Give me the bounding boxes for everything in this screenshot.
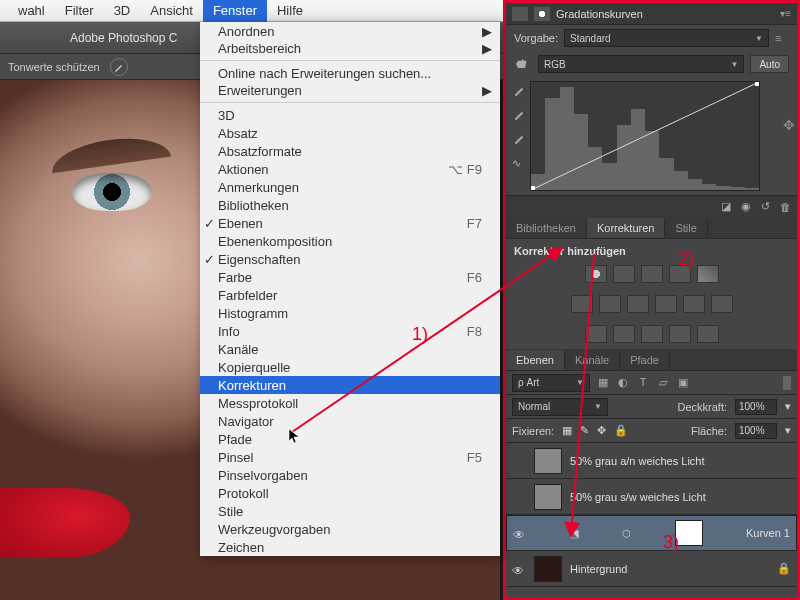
- menu-item-messprotokoll[interactable]: Messprotokoll: [200, 394, 500, 412]
- menubar-item-ansicht[interactable]: Ansicht: [140, 0, 203, 22]
- menu-item-absatzformate[interactable]: Absatzformate: [200, 142, 500, 160]
- opacity-stepper[interactable]: ▾: [785, 400, 791, 413]
- photofilter-icon[interactable]: [655, 295, 677, 313]
- menu-item-anmerkungen[interactable]: Anmerkungen: [200, 178, 500, 196]
- menu-item-bibliotheken[interactable]: Bibliotheken: [200, 196, 500, 214]
- menubar-item-wahl[interactable]: wahl: [8, 0, 55, 22]
- tab-stile[interactable]: Stile: [665, 218, 707, 238]
- curves-adj-icon[interactable]: [641, 265, 663, 283]
- opacity-input[interactable]: 100%: [735, 399, 777, 415]
- visibility-icon[interactable]: [512, 492, 526, 502]
- edit-points-icon[interactable]: ∿: [512, 157, 526, 170]
- menu-item-pinsel[interactable]: PinselF5: [200, 448, 500, 466]
- exposure-icon[interactable]: [669, 265, 691, 283]
- hand-icon[interactable]: [514, 56, 532, 72]
- layer-row[interactable]: 50% grau s/w weiches Licht: [506, 479, 797, 515]
- brightness-icon[interactable]: [585, 265, 607, 283]
- menu-item-stile[interactable]: Stile: [200, 502, 500, 520]
- layer-thumbnail[interactable]: [534, 484, 562, 510]
- preset-select[interactable]: Standard▼: [564, 29, 769, 47]
- menu-item-korrekturen[interactable]: Korrekturen: [200, 376, 500, 394]
- selectivecolor-icon[interactable]: [697, 325, 719, 343]
- blend-mode-select[interactable]: Normal▼: [512, 398, 608, 416]
- menu-item-protokoll[interactable]: Protokoll: [200, 484, 500, 502]
- clip-icon[interactable]: ◪: [721, 200, 731, 213]
- eyedropper-white-icon[interactable]: [512, 133, 526, 147]
- menubar-item-hilfe[interactable]: Hilfe: [267, 0, 313, 22]
- vibrance-icon[interactable]: [697, 265, 719, 283]
- layer-name[interactable]: Hintergrund: [570, 563, 627, 575]
- layer-thumbnail[interactable]: [534, 448, 562, 474]
- layer-name[interactable]: Kurven 1: [746, 527, 790, 539]
- tab-pfade[interactable]: Pfade: [620, 350, 670, 370]
- toggle-visibility-icon[interactable]: ◉: [741, 200, 751, 213]
- filter-kind-select[interactable]: ρ Art▼: [512, 374, 590, 392]
- visibility-icon[interactable]: 👁: [513, 528, 527, 538]
- tab-ebenen[interactable]: Ebenen: [506, 350, 565, 370]
- lock-pixels-icon[interactable]: ▦: [562, 424, 572, 437]
- eyedropper-gray-icon[interactable]: [512, 109, 526, 123]
- menubar-item-3d[interactable]: 3D: [104, 0, 141, 22]
- menu-item-ebenenkomposition[interactable]: Ebenenkomposition: [200, 232, 500, 250]
- brush-icon[interactable]: [110, 58, 128, 76]
- threshold-icon[interactable]: [641, 325, 663, 343]
- gradientmap-icon[interactable]: [669, 325, 691, 343]
- menu-item-farbfelder[interactable]: Farbfelder: [200, 286, 500, 304]
- lock-position-icon[interactable]: ✥: [597, 424, 606, 437]
- lock-all-icon[interactable]: 🔒: [614, 424, 628, 437]
- layer-name[interactable]: 50% grau a/n weiches Licht: [570, 455, 705, 467]
- menu-item-pfade[interactable]: Pfade: [200, 430, 500, 448]
- hue-icon[interactable]: [571, 295, 593, 313]
- fill-stepper[interactable]: ▾: [785, 424, 791, 437]
- menu-item-zeichen[interactable]: Zeichen: [200, 538, 500, 556]
- menu-item-aktionen[interactable]: Aktionen⌥ F9: [200, 160, 500, 178]
- layer-row[interactable]: 👁Hintergrund🔒: [506, 551, 797, 587]
- menu-item-info[interactable]: InfoF8: [200, 322, 500, 340]
- menu-item-eigenschaften[interactable]: ✓Eigenschaften: [200, 250, 500, 268]
- reset-icon[interactable]: ↺: [761, 200, 770, 213]
- channelmixer-icon[interactable]: [683, 295, 705, 313]
- tab-korrekturen[interactable]: Korrekturen: [587, 218, 665, 238]
- invert-icon[interactable]: [585, 325, 607, 343]
- menu-item-werkzeugvorgaben[interactable]: Werkzeugvorgaben: [200, 520, 500, 538]
- visibility-icon[interactable]: 👁: [512, 564, 526, 574]
- layer-row[interactable]: 👁⬔⬡Kurven 1: [506, 515, 797, 551]
- auto-button[interactable]: Auto: [750, 55, 789, 73]
- menu-item-erweiterungen[interactable]: Erweiterungen▶: [200, 82, 500, 103]
- bw-icon[interactable]: [627, 295, 649, 313]
- filter-adj-icon[interactable]: ◐: [616, 376, 630, 390]
- posterize-icon[interactable]: [613, 325, 635, 343]
- channel-select[interactable]: RGB▼: [538, 55, 744, 73]
- filter-type-icon[interactable]: T: [636, 376, 650, 390]
- menu-item-farbe[interactable]: FarbeF6: [200, 268, 500, 286]
- filter-shape-icon[interactable]: ▱: [656, 376, 670, 390]
- filter-pixel-icon[interactable]: ▦: [596, 376, 610, 390]
- menu-item-online-nach-erweiterungen-suchen-[interactable]: Online nach Erweiterungen suchen...: [200, 64, 500, 82]
- layer-name[interactable]: 50% grau s/w weiches Licht: [570, 491, 706, 503]
- filter-smart-icon[interactable]: ▣: [676, 376, 690, 390]
- menu-item-kan-le[interactable]: Kanäle: [200, 340, 500, 358]
- menu-item-pinselvorgaben[interactable]: Pinselvorgaben: [200, 466, 500, 484]
- eyedropper-black-icon[interactable]: [512, 85, 526, 99]
- menubar-item-fenster[interactable]: Fenster: [203, 0, 267, 22]
- levels-icon[interactable]: [613, 265, 635, 283]
- menu-item-arbeitsbereich[interactable]: Arbeitsbereich▶: [200, 40, 500, 61]
- menu-item-histogramm[interactable]: Histogramm: [200, 304, 500, 322]
- panel-menu-icon[interactable]: ▾≡: [780, 8, 791, 19]
- panel-menu-icon[interactable]: ≡: [775, 32, 789, 44]
- colorlookup-icon[interactable]: [711, 295, 733, 313]
- visibility-icon[interactable]: [512, 456, 526, 466]
- tab-bibliotheken[interactable]: Bibliotheken: [506, 218, 587, 238]
- layer-thumbnail[interactable]: [675, 520, 703, 546]
- colorbalance-icon[interactable]: [599, 295, 621, 313]
- menu-item-absatz[interactable]: Absatz: [200, 124, 500, 142]
- curves-graph[interactable]: [530, 81, 760, 191]
- filter-toggle[interactable]: [783, 376, 791, 390]
- trash-icon[interactable]: 🗑: [780, 201, 791, 213]
- menubar-item-filter[interactable]: Filter: [55, 0, 104, 22]
- menu-item-anordnen[interactable]: Anordnen▶: [200, 22, 500, 40]
- menu-item-ebenen[interactable]: ✓EbenenF7: [200, 214, 500, 232]
- menu-item-kopierquelle[interactable]: Kopierquelle: [200, 358, 500, 376]
- lock-paint-icon[interactable]: ✎: [580, 424, 589, 437]
- menu-item-3d[interactable]: 3D: [200, 106, 500, 124]
